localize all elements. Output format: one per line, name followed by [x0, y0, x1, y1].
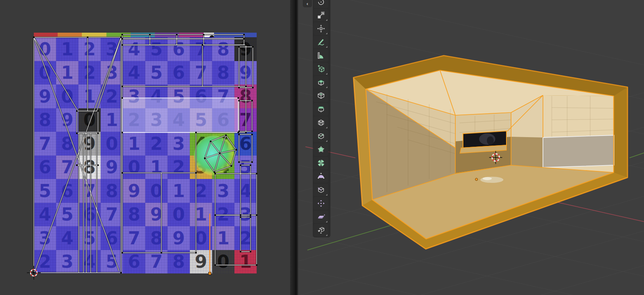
scale-icon — [317, 11, 325, 20]
tool-scale[interactable] — [314, 9, 328, 22]
tool-options-indicator — [326, 234, 327, 236]
tool-column — [313, 0, 330, 237]
rip-region-icon — [317, 226, 325, 235]
room-mesh[interactable] — [354, 56, 627, 249]
tool-options-indicator — [326, 73, 327, 75]
tool-inset-faces[interactable] — [314, 89, 328, 102]
edge-slide-icon — [317, 186, 325, 194]
tool-annotate[interactable] — [314, 36, 328, 48]
uv-2d-cursor-icon — [27, 266, 41, 280]
shrink-fatten-icon — [317, 199, 325, 208]
bevel-icon — [317, 105, 325, 114]
object-origin-dot — [475, 178, 478, 181]
smooth-icon — [317, 172, 325, 181]
window-reflection-dark — [487, 136, 494, 145]
tool-options-indicator — [326, 127, 327, 128]
inset-faces-icon — [317, 91, 325, 100]
knife-icon — [317, 132, 325, 141]
tool-options-indicator — [326, 46, 327, 48]
tool-smooth[interactable] — [314, 170, 328, 183]
editor-split-divider[interactable] — [290, 0, 298, 295]
tool-bevel[interactable] — [314, 103, 328, 116]
room-right-frame-shade — [614, 87, 627, 177]
uv-island-edges — [34, 35, 257, 273]
uv-wireframe-overlay — [0, 0, 290, 295]
tool-rotate[interactable] — [314, 0, 328, 8]
add-cube-icon — [317, 65, 325, 73]
room-corner-wall-dirt — [511, 137, 543, 167]
tool-transform[interactable] — [314, 22, 328, 35]
tool-poly-build[interactable] — [314, 143, 328, 156]
tool-edge-slide[interactable] — [314, 184, 328, 196]
transform-icon — [317, 24, 325, 33]
shear-icon — [317, 212, 325, 221]
viewport-3d-pane: ‹ — [298, 0, 644, 295]
tool-options-indicator — [326, 140, 327, 142]
loop-cut-icon — [317, 118, 325, 127]
spin-icon — [317, 159, 325, 167]
measure-icon — [317, 51, 325, 60]
tool-shear[interactable] — [314, 210, 328, 223]
tool-rip-region[interactable] — [314, 224, 328, 237]
uv-island-edges-shadow — [34, 35, 257, 273]
chevron-left-icon: ‹ — [307, 1, 308, 7]
tool-options-indicator — [326, 194, 327, 196]
uv-selected-edge[interactable] — [209, 214, 211, 275]
sidebar-collapse-tab[interactable]: ‹ — [303, 0, 312, 7]
room-gray-panel — [543, 135, 614, 167]
tool-shrink-fatten[interactable] — [314, 197, 328, 210]
uv-editor-canvas[interactable]: 0123456789012345678990123456788901234567… — [0, 0, 290, 295]
floor-papers-decal-2 — [483, 177, 492, 180]
uv-editor-pane: 0123456789012345678990123456788901234567… — [0, 0, 290, 295]
tool-options-indicator — [326, 19, 327, 21]
tool-measure[interactable] — [314, 49, 328, 62]
tool-add-cube[interactable] — [314, 63, 328, 75]
uv-vertices — [33, 34, 257, 273]
tool-options-indicator — [326, 33, 327, 34]
tool-knife[interactable] — [314, 130, 328, 143]
rotate-icon — [317, 0, 325, 6]
poly-build-icon — [317, 145, 325, 154]
tool-extrude-region[interactable] — [314, 76, 328, 89]
tool-options-indicator — [326, 86, 327, 88]
tool-options-indicator — [326, 221, 327, 222]
tool-spin[interactable] — [314, 157, 328, 169]
extrude-region-icon — [317, 78, 325, 87]
blender-window: 0123456789012345678990123456788901234567… — [0, 0, 644, 295]
annotate-icon — [317, 38, 325, 46]
viewport-3d-canvas[interactable] — [298, 0, 644, 295]
tool-loop-cut[interactable] — [314, 116, 328, 129]
uv-selected-face-highlight[interactable] — [122, 98, 238, 133]
